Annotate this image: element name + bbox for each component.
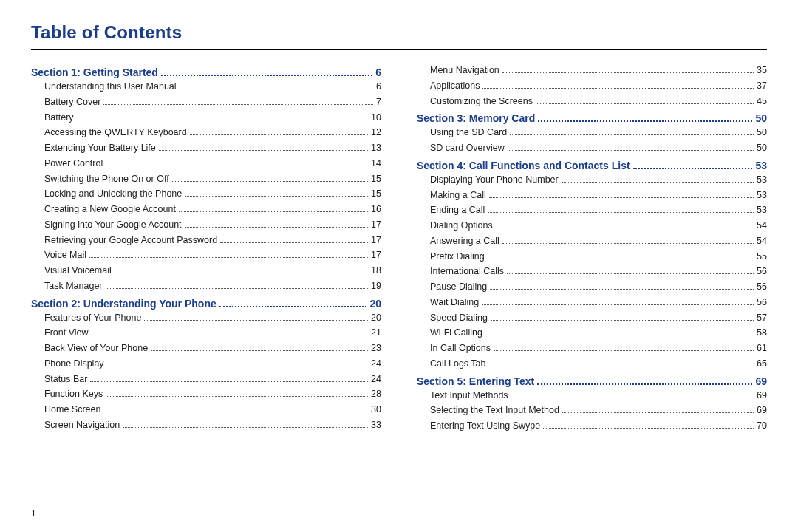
toc-item[interactable]: Phone Display24	[44, 357, 381, 371]
toc-label: Battery Cover	[44, 95, 100, 109]
toc-page: 6	[376, 80, 381, 94]
toc-label: Customizing the Screens	[430, 95, 533, 109]
toc-item[interactable]: Understanding this User Manual6	[44, 80, 381, 94]
toc-item[interactable]: Task Manager19	[44, 279, 381, 293]
toc-item[interactable]: Menu Navigation35	[430, 64, 767, 78]
toc-section[interactable]: Section 3: Memory Card50	[417, 112, 767, 124]
toc-page: 19	[371, 279, 381, 293]
toc-page: 35	[757, 64, 767, 78]
toc-label: Status Bar	[44, 372, 87, 386]
toc-item[interactable]: Displaying Your Phone Number53	[430, 173, 767, 187]
toc-section[interactable]: Section 4: Call Functions and Contacts L…	[417, 160, 767, 171]
toc-page: 30	[371, 403, 381, 417]
toc-item[interactable]: Ending a Call53	[430, 203, 767, 217]
toc-page: 13	[371, 141, 381, 155]
toc-leader-dots	[488, 212, 754, 213]
toc-item[interactable]: Signing into Your Google Account17	[44, 218, 381, 232]
page: Table of Contents Section 1: Getting Sta…	[0, 0, 798, 532]
title-rule	[31, 49, 767, 50]
toc-leader-dots	[537, 383, 752, 385]
toc-item[interactable]: Front View21	[44, 326, 381, 340]
toc-page: 17	[371, 248, 381, 262]
toc-item[interactable]: Visual Voicemail18	[44, 264, 381, 278]
toc-page: 57	[757, 311, 767, 325]
toc-leader-dots	[536, 103, 754, 104]
toc-leader-dots	[106, 396, 368, 397]
toc-item[interactable]: Speed Dialing57	[430, 311, 767, 325]
toc-item[interactable]: Back View of Your Phone23	[44, 341, 381, 355]
toc-label: Features of Your Phone	[44, 311, 141, 325]
toc-page: 61	[757, 341, 767, 355]
toc-item[interactable]: Dialing Options54	[430, 219, 767, 233]
toc-leader-dots	[190, 134, 368, 135]
toc-item[interactable]: Making a Call53	[430, 188, 767, 202]
toc-page: 24	[371, 357, 381, 371]
toc-leader-dots	[106, 288, 369, 289]
toc-item[interactable]: Customizing the Screens45	[430, 95, 767, 109]
toc-item[interactable]: Call Logs Tab65	[430, 357, 767, 371]
toc-leader-dots	[103, 412, 368, 412]
toc-page: 20	[371, 311, 381, 325]
toc-item[interactable]: Retrieving your Google Account Password1…	[44, 233, 381, 248]
toc-item[interactable]: Pause Dialing56	[430, 280, 767, 294]
toc-item[interactable]: Prefix Dialing55	[430, 250, 767, 264]
toc-label: Menu Navigation	[430, 64, 499, 78]
toc-item[interactable]: Wi-Fi Calling58	[430, 326, 767, 340]
toc-item[interactable]: Home Screen30	[44, 403, 381, 417]
toc-item[interactable]: Extending Your Battery Life13	[44, 141, 381, 155]
toc-page: 6	[375, 66, 381, 78]
toc-item[interactable]: Text Input Methods69	[430, 389, 767, 403]
toc-page: 17	[371, 233, 381, 248]
toc-item[interactable]: Battery10	[44, 111, 381, 125]
toc-leader-dots	[77, 120, 368, 120]
toc-leader-dots	[507, 273, 754, 274]
toc-leader-dots	[219, 306, 367, 307]
toc-leader-dots	[562, 412, 754, 413]
page-title: Table of Contents	[31, 22, 767, 43]
toc-label: Section 2: Understanding Your Phone	[31, 298, 216, 310]
toc-item[interactable]: Status Bar24	[44, 372, 381, 386]
toc-label: Task Manager	[44, 279, 103, 293]
toc-label: Answering a Call	[430, 234, 499, 248]
toc-label: Section 5: Entering Text	[417, 375, 534, 387]
toc-leader-dots	[180, 89, 373, 89]
toc-item[interactable]: International Calls56	[430, 265, 767, 279]
toc-item[interactable]: Using the SD Card50	[430, 126, 767, 140]
toc-item[interactable]: Wait Dialing56	[430, 296, 767, 310]
toc-item[interactable]: SD card Overview50	[430, 141, 767, 155]
toc-leader-dots	[490, 289, 754, 290]
toc-item[interactable]: Switching the Phone On or Off15	[44, 172, 381, 186]
toc-leader-dots	[123, 427, 368, 428]
toc-page: 69	[757, 403, 767, 417]
toc-item[interactable]: Function Keys28	[44, 387, 381, 401]
toc-page: 15	[371, 187, 381, 201]
toc-section[interactable]: Section 2: Understanding Your Phone20	[31, 298, 381, 310]
toc-item[interactable]: Answering a Call54	[430, 234, 767, 248]
toc-page: 69	[755, 375, 767, 387]
toc-item[interactable]: Screen Navigation33	[44, 418, 381, 432]
toc-item[interactable]: Voice Mail17	[44, 248, 381, 262]
toc-item[interactable]: Battery Cover7	[44, 95, 381, 109]
toc-leader-dots	[161, 75, 372, 76]
toc-page: 53	[757, 188, 767, 202]
toc-leader-dots	[562, 182, 754, 183]
toc-page: 45	[757, 95, 767, 109]
toc-item[interactable]: Power Control14	[44, 157, 381, 171]
toc-leader-dots	[92, 335, 369, 335]
toc-item[interactable]: Features of Your Phone20	[44, 311, 381, 325]
toc-page: 56	[757, 265, 767, 279]
toc-label: Using the SD Card	[430, 126, 507, 140]
toc-item[interactable]: Applications37	[430, 79, 767, 93]
toc-item[interactable]: Selecting the Text Input Method69	[430, 403, 767, 417]
toc-item[interactable]: Locking and Unlocking the Phone15	[44, 187, 381, 201]
toc-item[interactable]: Creating a New Google Account16	[44, 202, 381, 216]
toc-label: Signing into Your Google Account	[44, 218, 182, 232]
toc-page: 12	[371, 126, 381, 140]
toc-leader-dots	[510, 134, 754, 135]
toc-item[interactable]: Entering Text Using Swype70	[430, 419, 767, 433]
toc-section[interactable]: Section 5: Entering Text69	[417, 375, 767, 387]
toc-section[interactable]: Section 1: Getting Started6	[31, 66, 381, 78]
toc-item[interactable]: In Call Options61	[430, 341, 767, 355]
toc-item[interactable]: Accessing the QWERTY Keyboard12	[44, 126, 381, 140]
toc-page: 53	[755, 160, 767, 171]
